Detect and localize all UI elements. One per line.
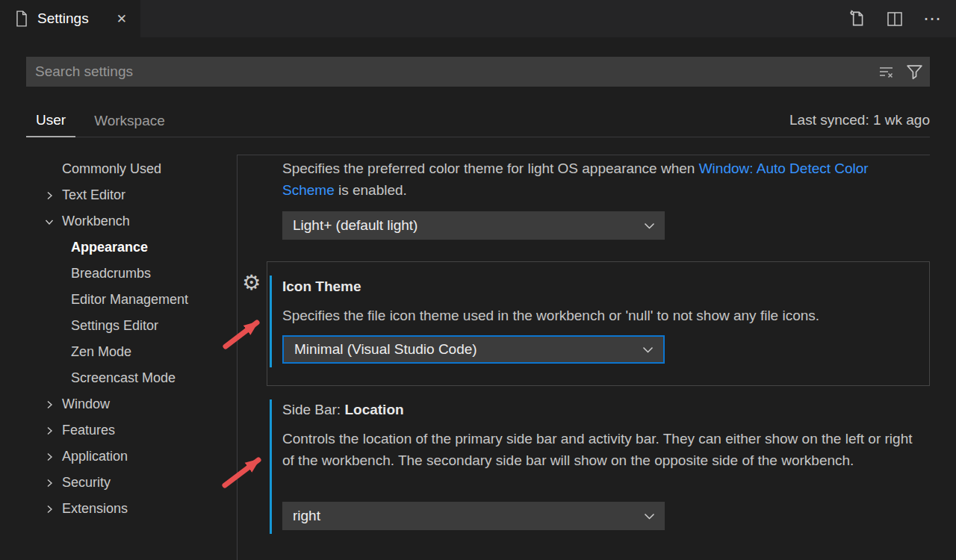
setting-gear-icon[interactable]: ⚙	[242, 272, 261, 294]
icon-theme-select[interactable]: Minimal (Visual Studio Code)	[282, 335, 665, 364]
chevron-right-icon	[43, 190, 55, 202]
settings-editor-window: Settings ✕ ⋯	[0, 0, 956, 560]
modified-indicator	[270, 399, 272, 534]
toc-item-commonly-used[interactable]: Commonly Used	[26, 156, 235, 182]
tab-workspace[interactable]: Workspace	[84, 105, 175, 137]
setting-description: Controls the location of the primary sid…	[282, 428, 922, 471]
last-synced-label: Last synced: 1 wk ago	[789, 105, 930, 136]
chevron-right-icon	[43, 399, 55, 411]
chevron-down-icon	[644, 222, 655, 230]
search-input[interactable]	[26, 57, 930, 87]
toc-item-extensions[interactable]: Extensions	[26, 496, 235, 522]
clear-settings-search-icon[interactable]	[878, 63, 896, 81]
toc-item-workbench[interactable]: Workbench	[26, 208, 235, 234]
chevron-down-icon	[43, 216, 55, 228]
chevron-right-icon	[43, 503, 55, 515]
setting-row-icon-theme[interactable]: Icon Theme Specifies the file icon theme…	[267, 261, 930, 386]
toc-item-appearance[interactable]: Appearance	[26, 234, 235, 261]
toc-item-breadcrumbs[interactable]: Breadcrumbs	[26, 261, 235, 287]
toc-item-text-editor[interactable]: Text Editor	[26, 182, 235, 208]
open-settings-json-icon[interactable]	[847, 9, 866, 28]
settings-search-box	[26, 57, 930, 87]
toc-item-editor-management[interactable]: Editor Management	[26, 287, 235, 313]
tab-user[interactable]: User	[26, 105, 75, 137]
toc-divider	[237, 155, 238, 560]
file-icon	[15, 10, 28, 27]
filter-settings-icon[interactable]	[905, 63, 924, 81]
toc-item-zen-mode[interactable]: Zen Mode	[26, 339, 235, 365]
toc-item-features[interactable]: Features	[26, 417, 235, 444]
tab-title: Settings	[37, 10, 114, 27]
tab-settings[interactable]: Settings ✕	[0, 0, 140, 37]
settings-scope-header: User Workspace Last synced: 1 wk ago	[26, 105, 930, 137]
chevron-down-icon	[644, 512, 655, 520]
setting-title: Side Bar: Location	[282, 402, 404, 418]
preferred-light-theme-description: Specifies the preferred color theme for …	[282, 158, 889, 201]
close-icon[interactable]: ✕	[114, 10, 130, 28]
split-editor-icon[interactable]	[886, 10, 904, 28]
toc-item-settings-editor[interactable]: Settings Editor	[26, 313, 235, 339]
chevron-right-icon	[43, 425, 55, 437]
settings-toc: Commonly Used Text Editor Workbench Appe…	[26, 156, 235, 522]
chevron-right-icon	[43, 451, 55, 463]
modified-indicator	[270, 276, 272, 367]
toc-item-application[interactable]: Application	[26, 444, 235, 470]
toc-item-window[interactable]: Window	[26, 391, 235, 417]
editor-tab-bar: Settings ✕ ⋯	[0, 0, 956, 37]
setting-description: Specifies the file icon theme used in th…	[282, 305, 819, 326]
toc-item-security[interactable]: Security	[26, 470, 235, 496]
content-top-border	[237, 155, 930, 155]
chevron-down-icon	[642, 346, 654, 354]
more-actions-icon[interactable]: ⋯	[923, 11, 943, 26]
side-bar-location-select[interactable]: right	[282, 502, 665, 530]
setting-title: Icon Theme	[282, 279, 361, 295]
preferred-light-theme-select[interactable]: Light+ (default light)	[282, 211, 665, 240]
chevron-right-icon	[43, 477, 55, 489]
toc-item-screencast-mode[interactable]: Screencast Mode	[26, 365, 235, 391]
setting-row-side-bar-location[interactable]: Side Bar: Location Controls the location…	[267, 398, 930, 536]
